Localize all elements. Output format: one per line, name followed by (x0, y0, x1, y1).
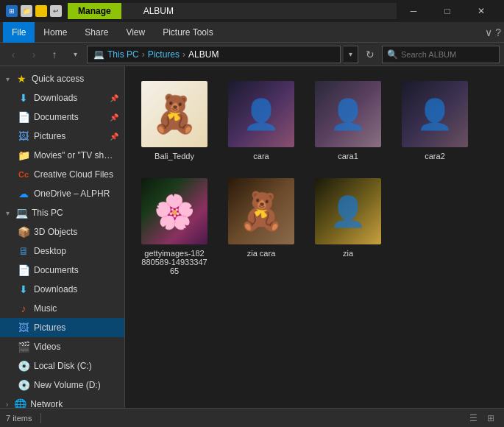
sidebar-item-downloads-pc[interactable]: ⬇ Downloads (0, 280, 124, 299)
breadcrumb-dropdown[interactable]: ▾ (344, 46, 358, 63)
file-label-getty: gettyimages-182 880589-14933347 65 (141, 249, 207, 275)
file-item-gettyimages[interactable]: 🌸 gettyimages-182 880589-14933347 65 (134, 172, 215, 281)
sidebar-item-creative-cloud[interactable]: Cc Creative Cloud Files (0, 165, 124, 184)
diskd-icon: 💿 (18, 379, 29, 391)
person-icon-cara1: 👤 (330, 97, 366, 132)
star-icon: ★ (15, 73, 27, 85)
breadcrumb-thispc[interactable]: This PC (107, 49, 139, 60)
teddy-icon: 🧸 (152, 93, 197, 135)
window-icons: ⊞ 📁 ↩ (6, 5, 62, 17)
sidebar-label-3d: 3D Objects (34, 227, 118, 237)
person-icon-cara: 👤 (243, 97, 280, 132)
status-divider (40, 413, 41, 423)
sidebar-item-videos[interactable]: 🎬 Videos (0, 337, 124, 356)
status-bar: 7 items ☰ ⊞ (0, 408, 504, 427)
window-controls: ─ □ ✕ (397, 0, 498, 22)
search-icon: 🔍 (387, 49, 398, 60)
desktop-icon: 🖥 (18, 245, 29, 257)
sidebar-item-pictures-quick[interactable]: 🖼 Pictures 📌 (0, 127, 124, 146)
file-thumb-getty: 🌸 (141, 178, 207, 244)
person-icon-zia: 👤 (330, 194, 366, 229)
back-button[interactable]: ‹ (4, 46, 22, 63)
file-item-zia[interactable]: 👤 zia (308, 172, 388, 281)
file-thumb-bali: 🧸 (141, 81, 207, 147)
sidebar-item-3d[interactable]: 📦 3D Objects (0, 222, 124, 241)
nav-bar: ‹ › ↑ ▾ 💻 This PC › Pictures › ALBUM ▾ ↻… (0, 43, 504, 66)
sidebar-label-cc: Creative Cloud Files (34, 169, 118, 180)
sidebar-item-diskd[interactable]: 💿 New Volume (D:) (0, 375, 124, 395)
file-item-cara1[interactable]: 👤 cara1 (308, 75, 388, 166)
network-icon: 🌐 (14, 398, 26, 408)
menu-bar: File Home Share View Picture Tools ∨ ? (0, 22, 504, 43)
pc-icon: 💻 (15, 207, 27, 219)
large-icons-view-button[interactable]: ⊞ (483, 411, 498, 426)
sidebar-label-downloads-pc: Downloads (34, 284, 118, 294)
manage-tab[interactable]: Manage (68, 3, 121, 19)
file-item-ziacara[interactable]: 🧸 zia cara (221, 172, 302, 281)
docs-icon: 📄 (18, 111, 29, 123)
sidebar-item-documents-pc[interactable]: 📄 Documents (0, 261, 124, 280)
sidebar-item-movies[interactable]: 📁 Movies" or "TV sh… (0, 146, 124, 165)
menu-help-icon: ? (495, 27, 501, 38)
recent-button[interactable]: ▾ (66, 46, 84, 63)
main-area: ▾ ★ Quick access ⬇ Downloads 📌 📄 Documen… (0, 66, 504, 408)
file-label-cara1: cara1 (338, 152, 358, 160)
file-label-bali: Bali_Teddy (155, 152, 194, 160)
sidebar-item-thispc[interactable]: ▾ 💻 This PC (0, 203, 124, 222)
sidebar-item-onedrive[interactable]: ☁ OneDrive – ALPHR (0, 184, 124, 203)
pics-icon: 🖼 (18, 130, 29, 142)
music-icon: ♪ (18, 303, 29, 314)
sidebar-item-desktop[interactable]: 🖥 Desktop (0, 241, 124, 261)
sidebar-item-music[interactable]: ♪ Music (0, 299, 124, 318)
person-icon-cara2: 👤 (416, 97, 453, 132)
menu-home[interactable]: Home (35, 22, 76, 43)
menu-view[interactable]: View (117, 22, 154, 43)
item-count: 7 items (6, 414, 32, 423)
sidebar-label-pictures: Pictures (34, 131, 105, 141)
sidebar-item-downloads-quick[interactable]: ⬇ Downloads 📌 (0, 88, 124, 107)
file-thumb-ziacara: 🧸 (228, 178, 294, 244)
album-tab[interactable]: ALBUM (121, 3, 397, 19)
sidebar: ▾ ★ Quick access ⬇ Downloads 📌 📄 Documen… (0, 66, 125, 408)
file-area: 🧸 Bali_Teddy 👤 cara 👤 cara1 👤 cara2 (125, 66, 504, 408)
breadcrumb[interactable]: 💻 This PC › Pictures › ALBUM (87, 46, 341, 63)
minimize-button[interactable]: ─ (397, 0, 430, 22)
sidebar-label-network: Network (30, 399, 118, 408)
file-thumb-cara: 👤 (228, 81, 294, 147)
sidebar-quick-access[interactable]: ▾ ★ Quick access (0, 69, 124, 88)
sidebar-item-diskc[interactable]: 💿 Local Disk (C:) (0, 356, 124, 375)
menu-file[interactable]: File (3, 22, 35, 43)
menu-share[interactable]: Share (76, 22, 117, 43)
refresh-button[interactable]: ↻ (361, 46, 379, 63)
download-pc-icon: ⬇ (18, 283, 29, 295)
breadcrumb-album: ALBUM (188, 49, 219, 60)
sidebar-item-network[interactable]: › 🌐 Network (0, 395, 124, 408)
sidebar-item-documents-quick[interactable]: 📄 Documents 📌 (0, 107, 124, 127)
breadcrumb-sep2: › (182, 49, 185, 60)
teddy-icon-zia: 🧸 (238, 190, 284, 233)
sidebar-label-movies: Movies" or "TV sh… (34, 150, 118, 160)
sidebar-label-documents: Documents (34, 112, 105, 122)
search-input[interactable] (401, 50, 494, 59)
forward-button[interactable]: › (25, 46, 43, 63)
file-item-bali-teddy[interactable]: 🧸 Bali_Teddy (134, 75, 215, 166)
onedrive-icon: ☁ (18, 188, 29, 200)
sidebar-label-pictures-pc: Pictures (34, 322, 118, 333)
sidebar-label-music: Music (34, 303, 118, 314)
up-button[interactable]: ↑ (46, 46, 63, 63)
app-icon-2: 📁 (21, 5, 32, 17)
app-icon-1: ⊞ (6, 5, 18, 17)
flower-icon: 🌸 (154, 192, 195, 231)
menu-picture-tools[interactable]: Picture Tools (154, 22, 221, 43)
breadcrumb-pictures[interactable]: Pictures (148, 49, 180, 60)
docs-pc-icon: 📄 (18, 264, 29, 276)
file-item-cara[interactable]: 👤 cara (221, 75, 302, 166)
expand-icon: ▾ (6, 75, 10, 83)
close-button[interactable]: ✕ (464, 0, 498, 22)
maximize-button[interactable]: □ (430, 0, 464, 22)
details-view-button[interactable]: ☰ (466, 411, 480, 426)
search-box[interactable]: 🔍 (382, 46, 500, 63)
file-item-cara2[interactable]: 👤 cara2 (394, 75, 475, 166)
sidebar-item-pictures-pc[interactable]: 🖼 Pictures (0, 318, 124, 337)
pin-icon: 📌 (110, 94, 118, 102)
